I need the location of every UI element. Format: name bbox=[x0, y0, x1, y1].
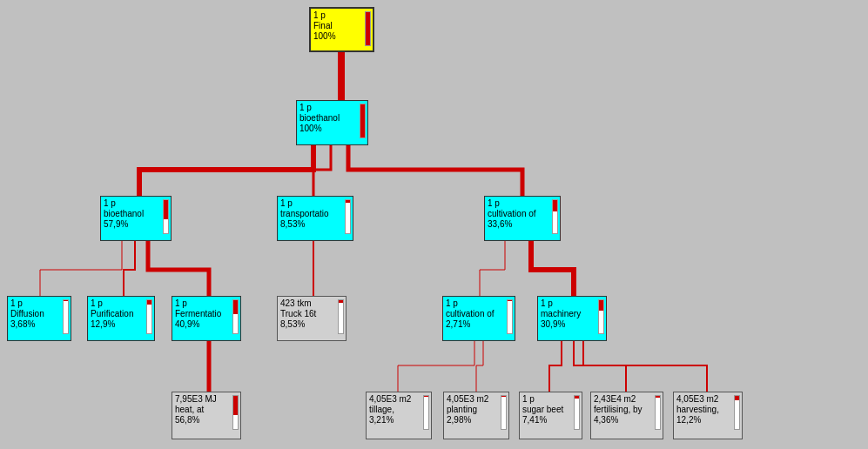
machinery-percent: 30,9% bbox=[541, 319, 603, 330]
sugar-beet-percent: 7,41% bbox=[522, 415, 579, 426]
tillage-label: 4,05E3 m2tillage, bbox=[369, 394, 428, 415]
node-tillage[interactable]: 4,05E3 m2tillage, 3,21% bbox=[366, 392, 432, 439]
node-bioethanol-top[interactable]: 1 pbioethanol 100% bbox=[296, 100, 368, 145]
final-percent: 100% bbox=[313, 31, 370, 42]
planting-label: 4,05E3 m2planting bbox=[447, 394, 506, 415]
diffusion-label: 1 pDiffusion bbox=[10, 298, 68, 319]
diffusion-percent: 3,68% bbox=[10, 319, 68, 330]
diagram-container: 1 p Final 100% 1 pbioethanol 100% 1 pbio… bbox=[0, 0, 868, 449]
truck-label: 423 tkmTruck 16t bbox=[280, 298, 343, 319]
tillage-percent: 3,21% bbox=[369, 415, 428, 426]
fertilising-percent: 4,36% bbox=[594, 415, 660, 426]
node-harvesting[interactable]: 4,05E3 m2harvesting, 12,2% bbox=[673, 392, 743, 439]
node-fermentation[interactable]: 1 pFermentatio 40,9% bbox=[172, 296, 241, 341]
node-fertilising[interactable]: 2,43E4 m2fertilising, by 4,36% bbox=[590, 392, 663, 439]
node-purification[interactable]: 1 pPurification 12,9% bbox=[87, 296, 155, 341]
cultivation-top-label: 1 pcultivation of bbox=[488, 198, 557, 219]
purification-label: 1 pPurification bbox=[91, 298, 151, 319]
node-bioethanol-left[interactable]: 1 pbioethanol 57,9% bbox=[100, 196, 172, 241]
heat-percent: 56,8% bbox=[175, 415, 238, 426]
bioethanol-top-label: 1 pbioethanol bbox=[299, 103, 365, 124]
fertilising-label: 2,43E4 m2fertilising, by bbox=[594, 394, 660, 415]
transportation-percent: 8,53% bbox=[280, 219, 350, 230]
cultivation-mid-percent: 2,71% bbox=[446, 319, 512, 330]
harvesting-label: 4,05E3 m2harvesting, bbox=[676, 394, 739, 415]
bioethanol-top-percent: 100% bbox=[299, 124, 365, 134]
machinery-label: 1 pmachinery bbox=[541, 298, 603, 319]
sugar-beet-label: 1 psugar beet bbox=[522, 394, 579, 415]
heat-label: 7,95E3 MJheat, at bbox=[175, 394, 238, 415]
purification-percent: 12,9% bbox=[91, 319, 151, 330]
fermentation-label: 1 pFermentatio bbox=[175, 298, 238, 319]
node-cultivation-mid[interactable]: 1 pcultivation of 2,71% bbox=[442, 296, 515, 341]
harvesting-percent: 12,2% bbox=[676, 415, 739, 426]
final-label: 1 p Final bbox=[313, 10, 370, 31]
planting-percent: 2,98% bbox=[447, 415, 506, 426]
fermentation-percent: 40,9% bbox=[175, 319, 238, 330]
cultivation-top-percent: 33,6% bbox=[488, 219, 557, 230]
bioethanol-left-label: 1 pbioethanol bbox=[104, 198, 168, 219]
node-heat[interactable]: 7,95E3 MJheat, at 56,8% bbox=[172, 392, 241, 439]
transportation-label: 1 ptransportatio bbox=[280, 198, 350, 219]
node-truck[interactable]: 423 tkmTruck 16t 8,53% bbox=[277, 296, 347, 341]
node-sugar-beet[interactable]: 1 psugar beet 7,41% bbox=[519, 392, 582, 439]
node-transportation[interactable]: 1 ptransportatio 8,53% bbox=[277, 196, 353, 241]
node-final[interactable]: 1 p Final 100% bbox=[309, 7, 374, 52]
cultivation-mid-label: 1 pcultivation of bbox=[446, 298, 512, 319]
node-cultivation-top[interactable]: 1 pcultivation of 33,6% bbox=[484, 196, 561, 241]
node-diffusion[interactable]: 1 pDiffusion 3,68% bbox=[7, 296, 71, 341]
truck-percent: 8,53% bbox=[280, 319, 343, 330]
node-machinery[interactable]: 1 pmachinery 30,9% bbox=[537, 296, 607, 341]
bioethanol-left-percent: 57,9% bbox=[104, 219, 168, 230]
node-planting[interactable]: 4,05E3 m2planting 2,98% bbox=[443, 392, 509, 439]
